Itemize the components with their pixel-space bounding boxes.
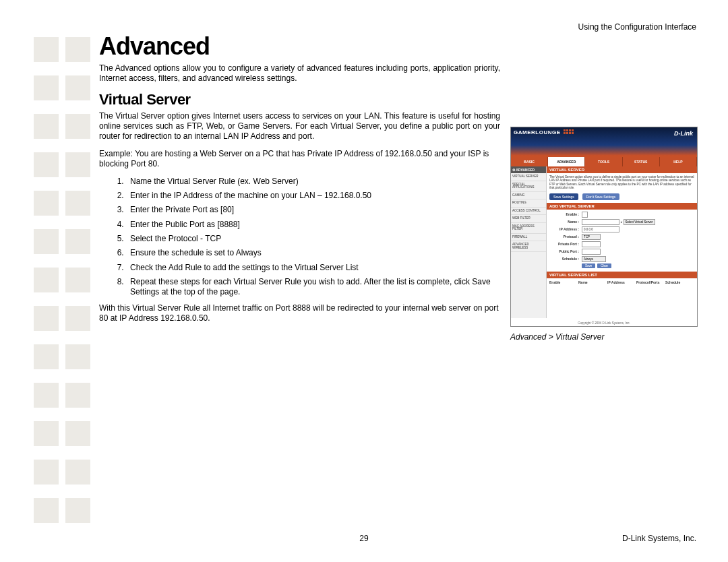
- vs-paragraph-2: Example: You are hosting a Web Server on…: [99, 149, 500, 170]
- router-sidebar: ⚙ ADVANCED VIRTUAL SERVER SPECIAL APPLIC…: [511, 166, 547, 318]
- sidebar-item-mac-filter[interactable]: MAC ADDRESS FILTER: [511, 223, 546, 234]
- page-number: 29: [0, 534, 728, 543]
- panel-heading-vs: VIRTUAL SERVER: [547, 166, 697, 173]
- tab-help[interactable]: HELP: [660, 157, 697, 166]
- step-item: Select the Protocol - TCP: [126, 234, 500, 244]
- step-item: Enter in the IP Address of the machine o…: [126, 191, 500, 201]
- step-item: Enter the Public Port as [8888]: [126, 220, 500, 230]
- private-port-input[interactable]: [582, 241, 601, 247]
- protocol-label: Protocol :: [549, 235, 582, 239]
- router-tabs: BASIC ADVANCED TOOLS STATUS HELP: [511, 157, 697, 166]
- sidebar-item-gaming[interactable]: GAMING: [511, 192, 546, 200]
- dont-save-settings-button[interactable]: Don't Save Settings: [582, 193, 620, 200]
- decorative-squares: [34, 37, 97, 536]
- header-section-label: Using the Configuration Interface: [578, 22, 696, 32]
- figure-caption: Advanced > Virtual Server: [510, 332, 698, 342]
- router-ui-screenshot: GAMERLOUNGE D-Link BASIC ADVANCED TOOLS …: [510, 127, 698, 327]
- main-content: Advanced The Advanced options allow you …: [99, 32, 500, 330]
- section-title: Virtual Server: [99, 91, 500, 108]
- public-port-input[interactable]: [582, 249, 601, 255]
- manual-page: Using the Configuration Interface Advanc…: [0, 0, 728, 562]
- list-header-proto: Protocol/Ports: [636, 280, 665, 284]
- list-header-name: Name: [578, 280, 607, 284]
- sidebar-item-routing[interactable]: ROUTING: [511, 199, 546, 208]
- public-port-label: Public Port :: [549, 249, 582, 253]
- sidebar-heading: ⚙ ADVANCED: [511, 166, 546, 173]
- name-label: Name :: [549, 220, 582, 224]
- sidebar-item-special-apps[interactable]: SPECIAL APPLICATIONS: [511, 181, 546, 192]
- panel-heading-add: ADD VIRTUAL SERVER: [547, 203, 697, 210]
- save-settings-button[interactable]: Save Settings: [549, 193, 578, 200]
- sidebar-item-adv-wireless[interactable]: ADVANCED WIRELESS: [511, 241, 546, 252]
- schedule-select[interactable]: Always: [582, 256, 606, 262]
- schedule-label: Schedule :: [549, 257, 582, 261]
- step-item: Check the Add Rule to add the settings t…: [126, 263, 500, 273]
- vs-paragraph-3: With this Virtual Server Rule all Intern…: [99, 303, 500, 324]
- vs-paragraph-1: The Virtual Server option gives Internet…: [99, 111, 500, 142]
- router-main-panel: VIRTUAL SERVER The Virtual Server option…: [547, 166, 697, 318]
- sidebar-item-access-control[interactable]: ACCESS CONTROL: [511, 208, 546, 216]
- footer-company: D-Link Systems, Inc.: [622, 534, 696, 543]
- step-item: Repeat these steps for each Virtual Serv…: [126, 277, 500, 298]
- step-item: Ensure the schedule is set to Always: [126, 248, 500, 258]
- step-item: Enter the Private Port as [80]: [126, 205, 500, 215]
- ip-input[interactable]: 0.0.0.0: [582, 226, 619, 232]
- name-select[interactable]: Select Virtual Server: [624, 219, 655, 225]
- form-clear-button[interactable]: Clear: [597, 263, 611, 268]
- tab-advanced[interactable]: ADVANCED: [548, 157, 585, 166]
- router-copyright: Copyright © 2004 D-Link Systems, Inc.: [511, 321, 697, 325]
- list-header-ip: IP Address: [607, 280, 636, 284]
- logo-dots-icon: [564, 129, 574, 134]
- ip-label: IP Address :: [549, 227, 582, 231]
- tab-tools[interactable]: TOOLS: [585, 157, 622, 166]
- enable-checkbox[interactable]: [582, 212, 588, 218]
- list-header-schedule: Schedule: [665, 280, 694, 284]
- list-header-enable: Enable: [549, 280, 578, 284]
- page-title: Advanced: [99, 32, 500, 61]
- intro-paragraph: The Advanced options allow you to config…: [99, 63, 500, 84]
- name-input[interactable]: [582, 219, 619, 225]
- sidebar-item-virtual-server[interactable]: VIRTUAL SERVER: [511, 173, 546, 181]
- step-item: Name the Virtual Server Rule (ex. Web Se…: [126, 177, 500, 187]
- sidebar-item-web-filter[interactable]: WEB FILTER: [511, 215, 546, 223]
- add-virtual-server-form: Enable : Name : « Select Virtual Server …: [547, 210, 697, 272]
- gamerlounge-logo: GAMERLOUNGE: [514, 129, 561, 135]
- panel-description: The Virtual Server option allows you to …: [547, 173, 697, 192]
- private-port-label: Private Port :: [549, 242, 582, 246]
- protocol-select[interactable]: TCP: [582, 234, 601, 240]
- virtual-servers-list: Enable Name IP Address Protocol/Ports Sc…: [547, 278, 697, 286]
- screenshot-figure: GAMERLOUNGE D-Link BASIC ADVANCED TOOLS …: [510, 127, 698, 342]
- dlink-logo: D-Link: [674, 130, 693, 137]
- router-banner: GAMERLOUNGE D-Link: [511, 127, 697, 157]
- steps-list: Name the Virtual Server Rule (ex. Web Se…: [99, 177, 500, 298]
- tab-status[interactable]: STATUS: [623, 157, 660, 166]
- form-save-button[interactable]: Save: [582, 263, 595, 268]
- enable-label: Enable :: [549, 212, 582, 216]
- sidebar-item-firewall[interactable]: FIREWALL: [511, 234, 546, 242]
- panel-heading-list: VIRTUAL SERVERS LIST: [547, 272, 697, 278]
- tab-basic[interactable]: BASIC: [511, 157, 548, 166]
